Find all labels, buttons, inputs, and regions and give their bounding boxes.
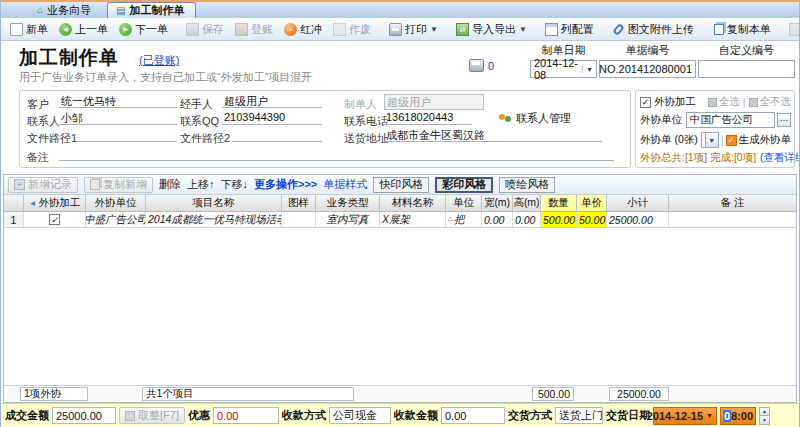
select-all-button[interactable]: 全选 [708, 95, 740, 109]
delivery-date-select[interactable]: 2014-12-15▼ [653, 407, 717, 425]
row-unit[interactable]: ∴把 [446, 212, 482, 227]
col-remark[interactable]: 备 注 [669, 195, 796, 211]
col-biz-type[interactable]: 业务类型 [316, 195, 380, 211]
row-biz-type[interactable]: 室内写真 [316, 212, 380, 227]
col-project[interactable]: 项目名称 [146, 195, 282, 211]
row-material[interactable]: X展架 [380, 212, 446, 227]
save-button: 保存 [181, 20, 229, 39]
row-project[interactable]: 2014成都统一优马特现场活动 [146, 212, 282, 227]
next-doc-button[interactable]: 下一单 [114, 20, 173, 39]
outsource-checkbox[interactable] [640, 97, 651, 108]
chevron-down-icon[interactable]: ▼ [705, 133, 718, 147]
copy-doc-button[interactable]: 复制本单 [707, 20, 776, 39]
contact-manage-button[interactable]: 联系人管理 [499, 111, 571, 126]
column-config-button[interactable]: 列配置 [540, 20, 599, 39]
discount-input[interactable]: 0.00 [213, 407, 279, 424]
row-height[interactable]: 0.00 [513, 212, 541, 227]
red-flush-button[interactable]: 红冲 [279, 20, 327, 39]
path1-input[interactable] [77, 128, 177, 142]
tab-business-wizard[interactable]: ⌂ 业务向导 [29, 2, 101, 18]
pay-amount-label: 收款金额 [394, 408, 438, 423]
select-all-icon [708, 98, 717, 107]
contact-input[interactable]: 小邹 [59, 111, 177, 125]
delivery-time-input[interactable]: 08:00 [720, 407, 756, 425]
tab-processing-order[interactable]: ▤ 加工制作单 [107, 2, 195, 18]
row-qty[interactable]: 500.00 [541, 212, 577, 227]
row-remark[interactable] [669, 212, 796, 227]
posted-status-link[interactable]: (已登账) [139, 53, 179, 68]
style-color-button[interactable]: 彩印风格 [435, 177, 493, 193]
path2-input[interactable] [232, 128, 322, 142]
customer-input[interactable]: 统一优马特 [59, 94, 177, 108]
col-price[interactable]: 单价 [577, 195, 607, 211]
handler-input[interactable]: 超级用户 [222, 94, 322, 108]
make-date-field: 制单日期 2014-12-08▼ [530, 43, 597, 78]
pay-method-label: 收款方式 [282, 408, 326, 423]
move-up-button[interactable]: 上移↑ [187, 177, 215, 192]
row-price[interactable]: 50.00 [577, 212, 607, 227]
address-input[interactable]: 成都市金牛区蜀汉路 [384, 128, 602, 142]
more-actions-link[interactable]: 更多操作>>> [254, 177, 317, 192]
col-rownum [4, 195, 24, 211]
contact-label: 联系人 [27, 114, 60, 129]
doc-style-link[interactable]: 单据样式 [323, 177, 367, 192]
col-material[interactable]: 材料名称 [380, 195, 446, 211]
col-sample[interactable]: 图样 [282, 195, 316, 211]
time-spinner[interactable]: ▲▼ [759, 407, 770, 425]
generate-order-checkbox[interactable] [726, 135, 737, 146]
col-width[interactable]: 宽(m) [482, 195, 513, 211]
col-unit[interactable]: 单位 [446, 195, 482, 211]
attachment-upload-button[interactable]: 图文附件上传 [607, 20, 699, 39]
handler-label: 经手人 [180, 97, 213, 112]
row-outsource-cell[interactable] [24, 212, 86, 227]
remark-input[interactable] [59, 147, 614, 161]
style-spray-button[interactable]: 喷绘风格 [499, 177, 555, 193]
qq-input[interactable]: 2103944390 [222, 111, 322, 125]
outsource-panel: 外协加工 全选 | 全不选 外协单位 中国广告公司 外协单 (0张) ▼ | 生… [635, 90, 795, 168]
col-height[interactable]: 高(m) [513, 195, 541, 211]
deal-amount-label: 成交金额 [5, 408, 49, 423]
deal-amount-input[interactable]: 25000.00 [52, 407, 116, 424]
outsource-order-select[interactable]: ▼ [701, 132, 719, 148]
printer-icon[interactable] [469, 59, 484, 72]
row-subtotal[interactable]: 25000.00 [607, 212, 669, 227]
make-date-input[interactable]: 2014-12-08▼ [530, 60, 597, 78]
outsource-unit-input[interactable]: 中国广告公司 [686, 112, 775, 128]
col-unit-company[interactable]: 外协单位 [86, 195, 146, 211]
spinner-down-icon[interactable]: ▼ [760, 416, 769, 424]
chevron-down-icon[interactable]: ▼ [582, 66, 593, 73]
outsource-toggle-row: 外协加工 全选 | 全不选 [640, 95, 791, 109]
delete-button[interactable]: 删除 [159, 177, 181, 192]
items-grid: 新增记录 复制新增 删除 上移↑ 下移↓ 更多操作>>> 单据样式 快印风格 彩… [3, 174, 797, 403]
maker-label: 制单人 [344, 97, 377, 112]
row-unit-company[interactable]: 中盛广告公司 [86, 212, 146, 227]
delivery-method-input[interactable]: 送货上门 [555, 407, 603, 424]
style-fast-button[interactable]: 快印风格 [373, 177, 429, 193]
col-qty[interactable]: 数量 [541, 195, 577, 211]
new-doc-button[interactable]: 新单 [5, 20, 53, 39]
doc-no-input[interactable]: NO.201412080001 [599, 60, 696, 78]
row-width[interactable]: 0.00 [482, 212, 513, 227]
move-down-button[interactable]: 下移↓ [221, 177, 249, 192]
table-row[interactable]: 1 中盛广告公司 2014成都统一优马特现场活动 室内写真 X展架 ∴把 0.0… [4, 212, 796, 228]
pay-amount-input[interactable]: 0.00 [441, 407, 505, 424]
col-subtotal[interactable]: 小计 [607, 195, 669, 211]
ledger-icon [235, 23, 248, 36]
row-outsource-checkbox[interactable] [49, 214, 60, 225]
ellipsis-button[interactable] [777, 113, 791, 127]
prev-doc-button[interactable]: 上一单 [54, 20, 113, 39]
phone-input[interactable]: 13618020443 [384, 111, 472, 125]
col-outsource[interactable]: ◄外协加工 [24, 195, 86, 211]
next-arrow-icon [119, 23, 132, 36]
print-button[interactable]: 打印▼ [384, 20, 443, 39]
copy-doc-icon [714, 24, 724, 35]
import-export-button[interactable]: 导入导出▼ [451, 20, 532, 39]
view-detail-link[interactable]: (查看详细) [760, 151, 800, 165]
select-none-button[interactable]: 全不选 [749, 95, 792, 109]
row-sample[interactable] [282, 212, 316, 227]
phone-label: 联系电话 [344, 114, 388, 129]
main-toolbar: 新单 上一单 下一单 保存 登账 红冲 作废 打印▼ 导入导出▼ 列配置 图文附… [1, 18, 799, 41]
pay-method-input[interactable]: 公司现金 [329, 407, 391, 424]
custom-no-input[interactable] [698, 60, 795, 78]
spinner-up-icon[interactable]: ▲ [760, 408, 769, 417]
